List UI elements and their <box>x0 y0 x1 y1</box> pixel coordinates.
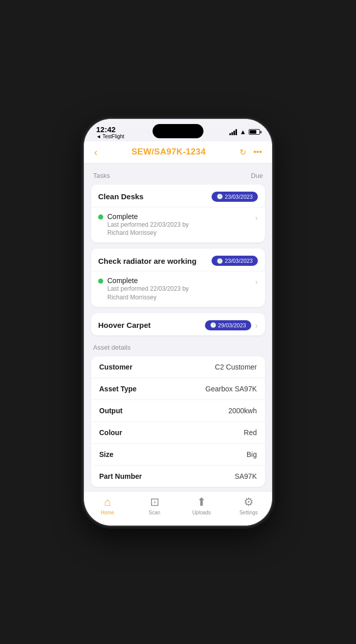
refresh-button[interactable]: ↻ <box>240 147 246 157</box>
task-card-clean-desks[interactable]: Clean Desks 🕐 23/03/2023 Complete Last p… <box>91 185 265 243</box>
due-column-label: Due <box>251 172 263 179</box>
task-status-row[interactable]: Complete Last performed 22/03/2023 byRic… <box>91 207 265 243</box>
phone-frame: 12:42 ◄ TestFlight ▲ ‹ SEW/SA97K-1234 <box>84 119 272 526</box>
task-title: Clean Desks <box>98 192 207 201</box>
status-dot-complete <box>98 214 103 220</box>
wifi-icon: ▲ <box>240 128 246 136</box>
section-header: Tasks Due <box>91 172 265 185</box>
home-label: Home <box>101 510 114 515</box>
status-time: 12:42 <box>96 125 124 134</box>
task-due-badge: 🕐 23/03/2023 <box>212 256 258 266</box>
signal-icon <box>229 129 237 135</box>
last-performed: Last performed 22/03/2023 byRichard Morr… <box>107 221 189 238</box>
asset-row-size: Size Big <box>91 444 265 466</box>
uploads-icon: ⬆ <box>197 496 206 509</box>
asset-value: 2000kwh <box>228 407 257 415</box>
asset-value: Gearbox SA97K <box>205 385 257 393</box>
task-title: Check radiator are working <box>98 257 207 265</box>
task-header: Check radiator are working 🕐 23/03/2023 <box>91 249 265 271</box>
home-icon: ⌂ <box>104 496 111 509</box>
nav-item-uploads[interactable]: ⬆ Uploads <box>186 496 217 515</box>
task-status-left: Complete Last performed 22/03/2023 byRic… <box>98 277 189 302</box>
nav-item-home[interactable]: ⌂ Home <box>92 496 123 515</box>
asset-row-output: Output 2000kwh <box>91 400 265 422</box>
asset-row-part-number: Part Number SA97K <box>91 466 265 487</box>
task-status-left: Complete Last performed 22/03/2023 byRic… <box>98 212 189 238</box>
task-due-badge: 🕐 23/03/2023 <box>212 192 258 202</box>
bottom-nav: ⌂ Home ⊡ Scan ⬆ Uploads ⚙ Settings <box>84 491 272 526</box>
task-card-check-radiator[interactable]: Check radiator are working 🕐 23/03/2023 … <box>91 249 265 307</box>
content-scroll: Tasks Due Clean Desks 🕐 23/03/2023 <box>84 164 272 491</box>
asset-label: Asset Type <box>99 385 137 393</box>
asset-row-colour: Colour Red <box>91 422 265 444</box>
back-button[interactable]: ‹ <box>94 146 98 158</box>
phone-screen: 12:42 ◄ TestFlight ▲ ‹ SEW/SA97K-1234 <box>84 119 272 526</box>
task-card-hoover-carpet[interactable]: Hoover Carpet 🕐 29/03/2023 › <box>91 313 265 335</box>
tasks-column-label: Tasks <box>93 172 110 179</box>
status-left: 12:42 ◄ TestFlight <box>96 125 124 139</box>
task-header: Hoover Carpet 🕐 29/03/2023 › <box>91 313 265 335</box>
asset-value: Big <box>247 450 257 458</box>
chevron-right-icon: › <box>255 278 258 287</box>
battery-icon <box>249 129 260 135</box>
chevron-right-icon: › <box>255 321 258 330</box>
asset-row-type: Asset Type Gearbox SA97K <box>91 378 265 400</box>
nav-item-scan[interactable]: ⊡ Scan <box>139 496 170 515</box>
header-actions: ↻ ••• <box>240 147 262 157</box>
status-carrier: ◄ TestFlight <box>96 134 124 139</box>
clock-icon: 🕐 <box>217 194 223 199</box>
asset-label: Colour <box>99 428 122 437</box>
task-header: Clean Desks 🕐 23/03/2023 <box>91 185 265 207</box>
more-button[interactable]: ••• <box>253 147 262 157</box>
last-performed: Last performed 22/03/2023 byRichard Morr… <box>107 285 189 302</box>
asset-label: Customer <box>99 363 132 371</box>
status-right: ▲ <box>229 128 260 136</box>
asset-value: Red <box>244 428 257 437</box>
status-dot-complete <box>98 279 103 284</box>
status-label: Complete <box>107 277 138 285</box>
asset-label: Output <box>99 407 123 415</box>
task-title: Hoover Carpet <box>98 321 201 329</box>
asset-label: Part Number <box>99 472 142 480</box>
nav-item-settings[interactable]: ⚙ Settings <box>233 496 264 515</box>
chevron-right-icon: › <box>255 213 258 223</box>
scan-label: Scan <box>149 510 160 515</box>
task-due-badge: 🕐 29/03/2023 <box>205 320 251 330</box>
app-header: ‹ SEW/SA97K-1234 ↻ ••• <box>84 141 272 164</box>
due-date: 23/03/2023 <box>225 194 253 200</box>
uploads-label: Uploads <box>192 510 211 515</box>
asset-label: Size <box>99 450 113 458</box>
task-status-row[interactable]: Complete Last performed 22/03/2023 byRic… <box>91 271 265 307</box>
asset-value: SA97K <box>234 472 257 480</box>
status-label: Complete <box>107 212 138 221</box>
settings-label: Settings <box>240 510 258 515</box>
asset-row-customer: Customer C2 Customer <box>91 356 265 378</box>
page-title: SEW/SA97K-1234 <box>131 147 205 157</box>
asset-value: C2 Customer <box>215 363 257 371</box>
asset-details-card: Customer C2 Customer Asset Type Gearbox … <box>91 356 265 487</box>
dynamic-island <box>153 124 203 138</box>
due-date: 29/03/2023 <box>218 322 246 328</box>
due-date: 23/03/2023 <box>225 258 253 264</box>
clock-icon: 🕐 <box>210 322 216 328</box>
settings-icon: ⚙ <box>244 496 254 509</box>
scan-icon: ⊡ <box>150 496 159 509</box>
clock-icon: 🕐 <box>217 258 223 264</box>
asset-section-title: Asset details <box>91 342 265 356</box>
